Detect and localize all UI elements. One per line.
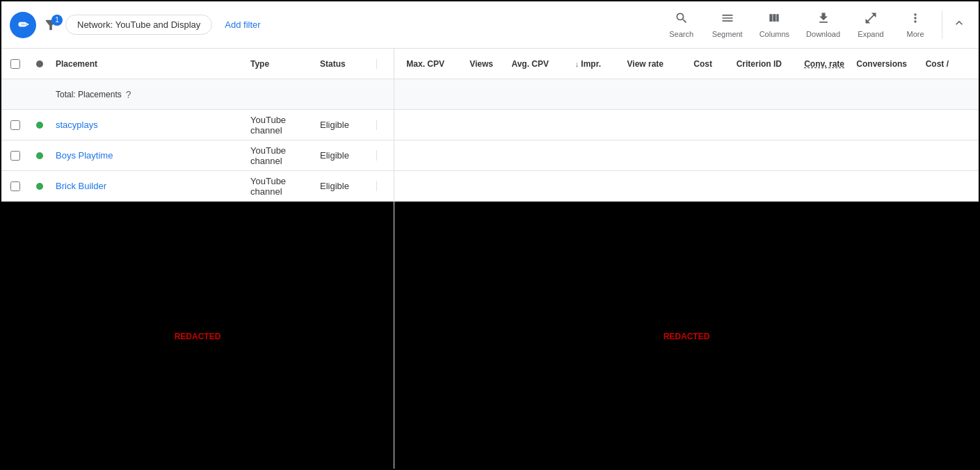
segment-label: Segment	[712, 30, 743, 38]
header-avg-cpv[interactable]: Avg. CPV	[499, 59, 554, 69]
header-checkbox-col	[1, 59, 29, 69]
placement-link[interactable]: stacyplays	[56, 120, 98, 130]
right-header: Max. CPV Views Avg. CPV ↓ Impr. View rat…	[394, 49, 979, 79]
redacted-left-label: REDACTED	[175, 332, 221, 341]
main-content: Placement Type Status Total: Placements …	[1, 49, 979, 470]
table-row: Boys Playtime YouTube channel Eligible	[1, 140, 394, 171]
search-icon	[675, 11, 689, 29]
expand-icon	[864, 11, 878, 29]
search-action[interactable]: Search	[661, 7, 702, 42]
expand-label: Expand	[858, 30, 883, 38]
status-col-label: Status	[320, 59, 346, 69]
row3-checkbox[interactable]	[10, 181, 20, 191]
row2-status-dot	[29, 152, 50, 159]
row1-status-dot	[29, 122, 50, 129]
toolbar: ✏ 1 Network: YouTube and Display Add fil…	[1, 1, 979, 49]
toolbar-divider	[942, 11, 942, 39]
views-label: Views	[469, 59, 493, 69]
row1-check	[1, 120, 29, 130]
right-data-row-2	[394, 140, 979, 171]
filter-button[interactable]: 1	[43, 17, 58, 33]
criterion-id-label: Criterion ID	[737, 59, 782, 69]
right-data-row-3	[394, 171, 979, 202]
type-col-label: Type	[250, 59, 269, 69]
header-cost-slash[interactable]: Cost /	[913, 59, 954, 69]
header-conversions[interactable]: Conversions	[850, 59, 913, 69]
status-text: Eligible	[320, 150, 349, 161]
type-line1: YouTube	[250, 176, 286, 186]
type-line1: YouTube	[250, 145, 286, 156]
right-data-row-1	[394, 110, 979, 140]
collapse-button[interactable]	[948, 12, 970, 38]
total-row: Total: Placements ?	[1, 79, 394, 110]
row3-type: YouTube channel	[245, 176, 314, 197]
header-status-col	[29, 60, 50, 67]
row3-status-dot	[29, 183, 50, 190]
status-green-dot	[36, 152, 43, 159]
row2-check	[1, 151, 29, 161]
network-filter-button[interactable]: Network: YouTube and Display	[65, 15, 212, 35]
download-action[interactable]: Download	[799, 7, 847, 42]
status-green-dot	[36, 122, 43, 129]
help-icon[interactable]: ?	[126, 89, 131, 100]
row3-status: Eligible	[314, 181, 377, 191]
total-placements-text: Total: Placements	[56, 90, 122, 99]
row1-type: YouTube channel	[245, 115, 314, 136]
logo-button[interactable]: ✏	[10, 12, 36, 38]
segment-action[interactable]: Segment	[705, 7, 750, 42]
row3-check	[1, 181, 29, 191]
columns-icon	[767, 11, 781, 29]
table-row: stacyplays YouTube channel Eligible	[1, 110, 394, 140]
avg-cpv-label: Avg. CPV	[511, 59, 549, 69]
columns-action[interactable]: Columns	[753, 7, 796, 42]
more-action[interactable]: More	[894, 7, 936, 42]
cost-label: Cost	[693, 59, 712, 69]
impr-label: Impr.	[581, 59, 601, 69]
view-rate-label: View rate	[627, 59, 664, 69]
header-criterion-id[interactable]: Criterion ID	[718, 59, 787, 69]
total-placement-col: Total: Placements ?	[50, 89, 245, 100]
header-view-rate[interactable]: View rate	[607, 59, 669, 69]
download-label: Download	[806, 30, 840, 38]
type-line2: channel	[250, 156, 282, 166]
header-cost[interactable]: Cost	[669, 59, 718, 69]
header-conv-rate[interactable]: Conv. rate	[787, 59, 850, 69]
header-type[interactable]: Type	[245, 59, 314, 69]
conversions-label: Conversions	[856, 59, 907, 69]
right-panel: Max. CPV Views Avg. CPV ↓ Impr. View rat…	[394, 49, 979, 470]
edit-icon: ✏	[18, 17, 29, 33]
right-total-row	[394, 79, 979, 110]
cost-slash-label: Cost /	[926, 59, 949, 69]
conv-rate-label: Conv. rate	[804, 59, 844, 69]
row3-placement[interactable]: Brick Builder	[50, 181, 245, 191]
header-views[interactable]: Views	[450, 59, 499, 69]
left-panel: Placement Type Status Total: Placements …	[1, 49, 394, 470]
segment-icon	[721, 11, 734, 29]
search-label: Search	[669, 30, 693, 38]
status-dot-header	[36, 60, 43, 67]
row1-status: Eligible	[314, 120, 377, 130]
status-text: Eligible	[320, 181, 349, 191]
download-icon	[817, 11, 830, 29]
select-all-checkbox[interactable]	[10, 59, 20, 69]
more-label: More	[906, 30, 924, 38]
row2-placement[interactable]: Boys Playtime	[50, 150, 245, 161]
add-filter-button[interactable]: Add filter	[219, 15, 266, 34]
row1-placement[interactable]: stacyplays	[50, 120, 245, 130]
header-placement[interactable]: Placement	[50, 59, 245, 69]
header-impr[interactable]: ↓ Impr.	[554, 59, 607, 69]
type-line2: channel	[250, 186, 282, 197]
header-status[interactable]: Status	[314, 59, 377, 69]
row1-checkbox[interactable]	[10, 120, 20, 130]
columns-label: Columns	[760, 30, 789, 38]
placement-col-label: Placement	[56, 59, 97, 69]
table-row: Brick Builder YouTube channel Eligible	[1, 171, 394, 202]
header-max-cpv[interactable]: Max. CPV	[394, 59, 450, 69]
placement-link[interactable]: Brick Builder	[56, 181, 106, 191]
placement-link[interactable]: Boys Playtime	[56, 150, 113, 161]
total-label: Total: Placements ?	[56, 89, 239, 100]
expand-action[interactable]: Expand	[850, 7, 892, 42]
row2-checkbox[interactable]	[10, 151, 20, 161]
table-header: Placement Type Status	[1, 49, 394, 79]
right-redacted-area: REDACTED	[394, 202, 979, 470]
